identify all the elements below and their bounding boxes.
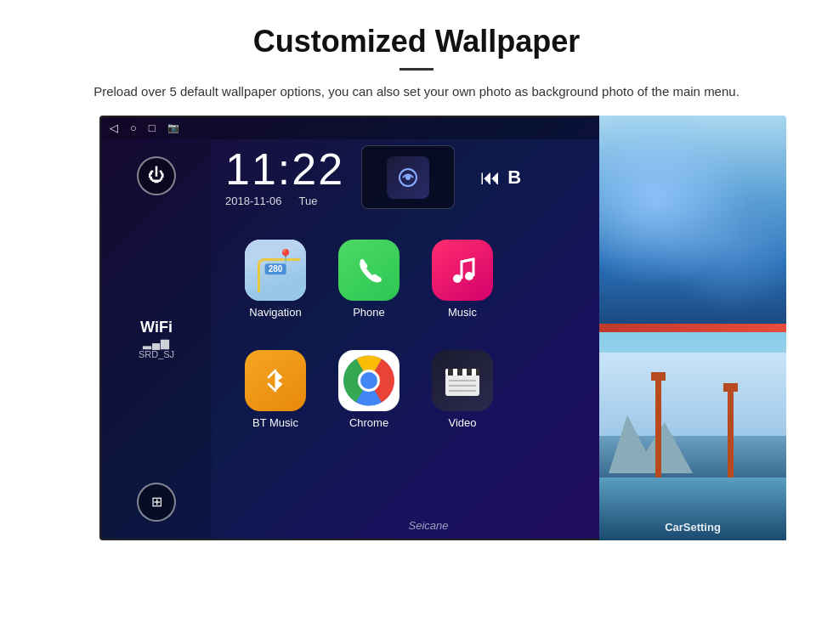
status-left-icons: ◁ ○ □ 📷 — [110, 121, 179, 134]
music-svg — [445, 253, 479, 287]
wallpaper-bottom: CarSetting — [599, 332, 786, 540]
bt-music-icon — [245, 350, 306, 411]
phone-label: Phone — [353, 306, 385, 319]
tower-cap — [651, 372, 666, 381]
bridge-left-tower — [655, 377, 661, 482]
media-album-art — [387, 156, 429, 199]
cast-icon — [395, 165, 421, 190]
device-wrapper: ◁ ○ □ 📷 📍 ▾ 11:22 ⏻ — [47, 116, 786, 557]
phone-icon — [338, 240, 400, 301]
media-widget — [361, 145, 455, 209]
app-item-video[interactable]: Video — [416, 335, 509, 445]
svg-line-4 — [462, 259, 473, 262]
bridge-right-tower — [728, 388, 734, 482]
svg-rect-11 — [448, 369, 453, 376]
clock-block: 11:22 2018-11-06 Tue — [225, 147, 344, 207]
clock-time: 11:22 — [225, 147, 344, 191]
watermark: Seicane — [409, 519, 449, 532]
bt-music-label: BT Music — [252, 416, 298, 429]
music-icon — [432, 240, 493, 301]
home-icon[interactable]: ○ — [130, 121, 137, 134]
app-item-music[interactable]: Music — [416, 224, 509, 335]
chrome-label: Chrome — [349, 416, 388, 429]
music-label: Music — [448, 306, 477, 319]
bluetooth-svg — [260, 365, 291, 396]
nav-road-label: 280 — [265, 263, 286, 274]
clock-date: 2018-11-06 Tue — [225, 195, 344, 207]
video-icon — [432, 350, 493, 411]
navigation-label: Navigation — [249, 306, 301, 319]
app-item-phone[interactable]: Phone — [322, 224, 416, 335]
bridge-scene: CarSetting — [599, 332, 786, 540]
page: Customized Wallpaper Preload over 5 defa… — [0, 0, 833, 644]
wifi-info: WiFi ▂▄▆ SRD_SJ — [139, 319, 174, 359]
media-controls: ⏮ B — [480, 166, 521, 189]
power-button[interactable]: ⏻ — [137, 156, 176, 195]
title-divider — [400, 68, 434, 71]
svg-rect-13 — [467, 369, 472, 376]
tower-cap-2 — [723, 383, 738, 392]
car-setting-label: CarSetting — [665, 521, 721, 534]
wallpaper-top — [599, 116, 786, 324]
svg-rect-14 — [476, 369, 479, 376]
svg-point-1 — [405, 175, 411, 180]
phone-svg — [352, 253, 386, 287]
video-label: Video — [448, 416, 476, 429]
apps-grid-icon: ⊞ — [151, 494, 162, 510]
chrome-icon — [338, 350, 400, 411]
svg-point-8 — [360, 372, 377, 389]
svg-rect-9 — [445, 374, 479, 396]
recent-icon[interactable]: □ — [149, 121, 156, 134]
screenshot-icon[interactable]: 📷 — [167, 122, 179, 133]
clock-day: Tue — [299, 195, 318, 207]
clock-date-value: 2018-11-06 — [225, 195, 282, 207]
page-title: Customized Wallpaper — [68, 24, 765, 59]
letter-b-label: B — [507, 167, 521, 189]
left-sidebar: ⏻ WiFi ▂▄▆ SRD_SJ ⊞ — [101, 139, 212, 539]
page-subtitle: Preload over 5 default wallpaper options… — [68, 82, 765, 102]
wifi-label: WiFi — [139, 319, 174, 336]
nav-pin: 📍 — [277, 248, 294, 264]
header-section: Customized Wallpaper Preload over 5 defa… — [0, 0, 833, 116]
car-setting-bar — [599, 324, 786, 332]
chrome-svg — [339, 351, 399, 410]
wallpaper-panel: CarSetting — [599, 116, 786, 540]
app-item-navigation[interactable]: 280 📍 Navigation — [229, 224, 322, 335]
apps-button[interactable]: ⊞ — [137, 483, 176, 522]
ice-cave-bg — [599, 116, 786, 324]
svg-rect-12 — [457, 369, 462, 376]
wifi-ssid: SRD_SJ — [139, 349, 174, 359]
back-icon[interactable]: ◁ — [110, 121, 118, 134]
app-item-chrome[interactable]: Chrome — [322, 335, 416, 445]
navigation-icon: 280 📍 — [245, 240, 306, 301]
prev-track-button[interactable]: ⏮ — [480, 166, 501, 189]
app-item-bt-music[interactable]: BT Music — [229, 335, 322, 445]
video-svg — [444, 364, 481, 398]
power-icon: ⏻ — [148, 166, 165, 185]
wifi-bars: ▂▄▆ — [139, 336, 174, 349]
